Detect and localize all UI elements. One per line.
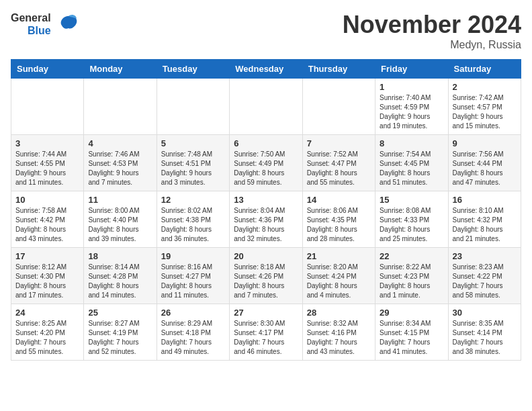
calendar-cell: 17Sunrise: 8:12 AM Sunset: 4:30 PM Dayli…: [11, 248, 84, 304]
calendar-cell: 23Sunrise: 8:23 AM Sunset: 4:22 PM Dayli…: [448, 248, 521, 304]
calendar-cell: [11, 79, 84, 135]
calendar-cell: 9Sunrise: 7:56 AM Sunset: 4:44 PM Daylig…: [448, 135, 521, 191]
calendar-cell: 7Sunrise: 7:52 AM Sunset: 4:47 PM Daylig…: [302, 135, 375, 191]
day-number: 22: [380, 251, 443, 261]
calendar-cell: 8Sunrise: 7:54 AM Sunset: 4:45 PM Daylig…: [375, 135, 448, 191]
calendar-cell: 2Sunrise: 7:42 AM Sunset: 4:57 PM Daylig…: [448, 79, 521, 135]
calendar-cell: 12Sunrise: 8:02 AM Sunset: 4:38 PM Dayli…: [157, 191, 229, 248]
day-number: 29: [380, 308, 443, 318]
calendar-cell: 28Sunrise: 8:32 AM Sunset: 4:16 PM Dayli…: [302, 304, 375, 361]
day-info: Sunrise: 8:00 AM Sunset: 4:40 PM Dayligh…: [88, 206, 152, 244]
calendar-cell: 27Sunrise: 8:30 AM Sunset: 4:17 PM Dayli…: [230, 304, 302, 361]
day-header-sunday: Sunday: [11, 60, 84, 79]
calendar-cell: 21Sunrise: 8:20 AM Sunset: 4:24 PM Dayli…: [302, 248, 375, 304]
day-info: Sunrise: 8:20 AM Sunset: 4:24 PM Dayligh…: [307, 263, 371, 300]
day-number: 11: [88, 195, 152, 205]
title-area: November 2024 Medyn, Russia: [343, 11, 521, 51]
month-title: November 2024: [343, 11, 521, 39]
day-number: 4: [88, 138, 152, 148]
calendar-cell: 26Sunrise: 8:29 AM Sunset: 4:18 PM Dayli…: [157, 304, 229, 361]
calendar-week-row: 10Sunrise: 7:58 AM Sunset: 4:42 PM Dayli…: [11, 191, 521, 248]
day-number: 19: [161, 251, 225, 261]
calendar-cell: 15Sunrise: 8:08 AM Sunset: 4:33 PM Dayli…: [375, 191, 448, 248]
day-info: Sunrise: 8:16 AM Sunset: 4:27 PM Dayligh…: [161, 263, 225, 300]
day-number: 12: [161, 195, 225, 205]
calendar-cell: 20Sunrise: 8:18 AM Sunset: 4:26 PM Dayli…: [230, 248, 302, 304]
day-header-wednesday: Wednesday: [230, 60, 302, 79]
day-number: 10: [15, 195, 79, 205]
day-info: Sunrise: 8:35 AM Sunset: 4:14 PM Dayligh…: [453, 319, 517, 357]
calendar-cell: 18Sunrise: 8:14 AM Sunset: 4:28 PM Dayli…: [84, 248, 157, 304]
calendar-week-row: 1Sunrise: 7:40 AM Sunset: 4:59 PM Daylig…: [11, 79, 521, 135]
day-number: 16: [453, 195, 517, 205]
calendar-cell: 30Sunrise: 8:35 AM Sunset: 4:14 PM Dayli…: [448, 304, 521, 361]
day-info: Sunrise: 7:48 AM Sunset: 4:51 PM Dayligh…: [161, 150, 225, 187]
day-info: Sunrise: 7:50 AM Sunset: 4:49 PM Dayligh…: [234, 150, 298, 187]
calendar-cell: 11Sunrise: 8:00 AM Sunset: 4:40 PM Dayli…: [84, 191, 157, 248]
day-info: Sunrise: 8:34 AM Sunset: 4:15 PM Dayligh…: [380, 319, 443, 357]
day-info: Sunrise: 8:30 AM Sunset: 4:17 PM Dayligh…: [234, 319, 298, 357]
day-info: Sunrise: 8:10 AM Sunset: 4:32 PM Dayligh…: [453, 206, 517, 244]
day-number: 25: [88, 308, 152, 318]
day-number: 30: [453, 308, 517, 318]
day-number: 5: [161, 138, 225, 148]
day-number: 9: [453, 138, 517, 148]
day-info: Sunrise: 8:23 AM Sunset: 4:22 PM Dayligh…: [453, 263, 517, 300]
calendar-cell: 25Sunrise: 8:27 AM Sunset: 4:19 PM Dayli…: [84, 304, 157, 361]
day-header-saturday: Saturday: [448, 60, 521, 79]
calendar-cell: 5Sunrise: 7:48 AM Sunset: 4:51 PM Daylig…: [157, 135, 229, 191]
day-number: 20: [234, 251, 298, 261]
day-info: Sunrise: 8:08 AM Sunset: 4:33 PM Dayligh…: [380, 206, 443, 244]
location-title: Medyn, Russia: [343, 39, 521, 51]
day-info: Sunrise: 7:44 AM Sunset: 4:55 PM Dayligh…: [15, 150, 79, 187]
calendar-cell: 24Sunrise: 8:25 AM Sunset: 4:20 PM Dayli…: [11, 304, 84, 361]
day-number: 21: [307, 251, 371, 261]
day-info: Sunrise: 7:56 AM Sunset: 4:44 PM Dayligh…: [453, 150, 517, 187]
calendar-cell: [84, 79, 157, 135]
calendar-cell: [302, 79, 375, 135]
day-header-thursday: Thursday: [302, 60, 375, 79]
day-number: 17: [15, 251, 79, 261]
calendar-cell: 19Sunrise: 8:16 AM Sunset: 4:27 PM Dayli…: [157, 248, 229, 304]
day-info: Sunrise: 7:52 AM Sunset: 4:47 PM Dayligh…: [307, 150, 371, 187]
calendar-cell: 1Sunrise: 7:40 AM Sunset: 4:59 PM Daylig…: [375, 79, 448, 135]
day-info: Sunrise: 7:40 AM Sunset: 4:59 PM Dayligh…: [380, 93, 443, 131]
day-number: 24: [15, 308, 79, 318]
logo-general: General: [11, 11, 51, 24]
day-info: Sunrise: 8:27 AM Sunset: 4:19 PM Dayligh…: [88, 319, 152, 357]
day-info: Sunrise: 8:29 AM Sunset: 4:18 PM Dayligh…: [161, 319, 225, 357]
day-number: 18: [88, 251, 152, 261]
calendar-cell: [157, 79, 229, 135]
day-number: 2: [453, 82, 517, 92]
day-number: 7: [307, 138, 371, 148]
day-number: 26: [161, 308, 225, 318]
day-header-monday: Monday: [84, 60, 157, 79]
day-number: 27: [234, 308, 298, 318]
calendar-cell: 3Sunrise: 7:44 AM Sunset: 4:55 PM Daylig…: [11, 135, 84, 191]
calendar-cell: 29Sunrise: 8:34 AM Sunset: 4:15 PM Dayli…: [375, 304, 448, 361]
day-number: 3: [15, 138, 79, 148]
day-header-tuesday: Tuesday: [157, 60, 229, 79]
day-info: Sunrise: 8:25 AM Sunset: 4:20 PM Dayligh…: [15, 319, 79, 357]
day-number: 28: [307, 308, 371, 318]
day-number: 6: [234, 138, 298, 148]
day-info: Sunrise: 7:54 AM Sunset: 4:45 PM Dayligh…: [380, 150, 443, 187]
day-info: Sunrise: 7:42 AM Sunset: 4:57 PM Dayligh…: [453, 93, 517, 131]
day-info: Sunrise: 8:32 AM Sunset: 4:16 PM Dayligh…: [307, 319, 371, 357]
calendar-week-row: 3Sunrise: 7:44 AM Sunset: 4:55 PM Daylig…: [11, 135, 521, 191]
calendar-header-row: SundayMondayTuesdayWednesdayThursdayFrid…: [11, 60, 521, 79]
day-info: Sunrise: 8:06 AM Sunset: 4:35 PM Dayligh…: [307, 206, 371, 244]
day-info: Sunrise: 8:14 AM Sunset: 4:28 PM Dayligh…: [88, 263, 152, 300]
calendar-cell: 10Sunrise: 7:58 AM Sunset: 4:42 PM Dayli…: [11, 191, 84, 248]
day-number: 13: [234, 195, 298, 205]
day-info: Sunrise: 8:02 AM Sunset: 4:38 PM Dayligh…: [161, 206, 225, 244]
calendar-cell: 22Sunrise: 8:22 AM Sunset: 4:23 PM Dayli…: [375, 248, 448, 304]
day-header-friday: Friday: [375, 60, 448, 79]
calendar-cell: 14Sunrise: 8:06 AM Sunset: 4:35 PM Dayli…: [302, 191, 375, 248]
logo-blue: Blue: [28, 24, 51, 37]
header: General Blue November 2024 Medyn, Russia: [11, 11, 521, 51]
calendar-cell: 4Sunrise: 7:46 AM Sunset: 4:53 PM Daylig…: [84, 135, 157, 191]
day-number: 8: [380, 138, 443, 148]
day-number: 15: [380, 195, 443, 205]
day-number: 1: [380, 82, 443, 92]
